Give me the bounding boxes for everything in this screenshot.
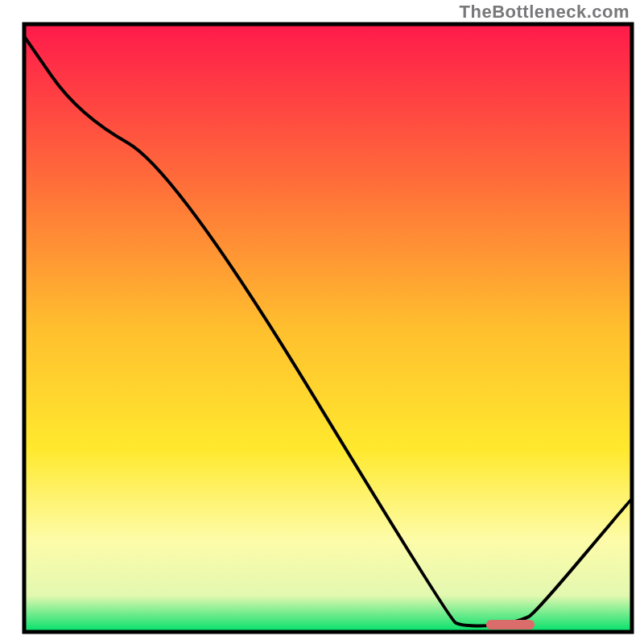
optimal-marker: [486, 620, 535, 630]
attribution-text: TheBottleneck.com: [460, 2, 630, 23]
gradient-background: [24, 24, 632, 632]
bottleneck-chart: [0, 0, 644, 644]
chart-stage: TheBottleneck.com: [0, 0, 644, 644]
